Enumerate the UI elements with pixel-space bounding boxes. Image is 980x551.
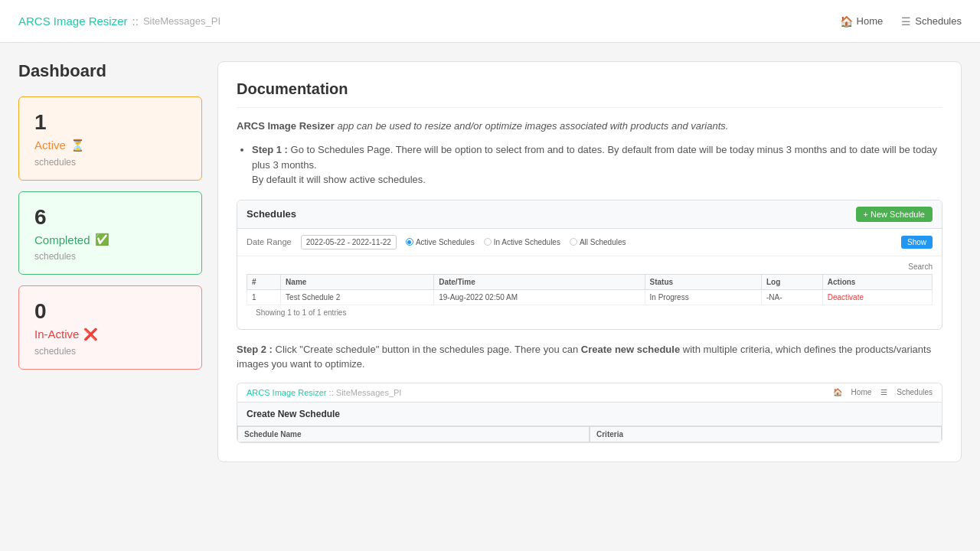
step1-text: Go to Schedules Page. There will be opti… (252, 144, 937, 171)
col-num: # (247, 274, 281, 289)
row-name: Test Schedule 2 (281, 289, 434, 305)
mini-home-icon: 🏠 (833, 388, 842, 396)
site-name: SiteMessages_PI (143, 15, 220, 27)
inactive-label: In-Active ❌ (34, 328, 186, 341)
schedules-mockup: Schedules + New Schedule Date Range 2022… (237, 200, 942, 330)
col-schedule-name: Schedule Name (237, 426, 590, 442)
brand-separator: :: (132, 15, 139, 28)
row-datetime: 19-Aug-2022 02:50 AM (434, 289, 645, 305)
mockup-title: Schedules (247, 208, 296, 220)
inactive-sublabel: schedules (34, 346, 186, 357)
create-schedule-box: Create New Schedule Schedule Name Criter… (237, 402, 942, 443)
radio-group: Active Schedules In Active Schedules All… (406, 238, 626, 246)
step1-extra: By default it will show active schedules… (252, 174, 426, 185)
active-label: Active ⏳ (34, 139, 186, 152)
mini-home-label: Home (851, 388, 872, 396)
hourglass-icon: ⏳ (70, 139, 85, 152)
doc-title: Documentation (237, 80, 942, 108)
main-content: Dashboard 1 Active ⏳ schedules 6 Complet… (0, 43, 980, 481)
documentation-panel: Documentation ARCS Image Resizer app can… (217, 61, 962, 462)
doc-intro: ARCS Image Resizer app can be used to re… (237, 120, 942, 132)
create-schedule-title: Create New Schedule (237, 403, 942, 426)
row-num: 1 (247, 289, 281, 305)
create-schedule-cols: Schedule Name Criteria (237, 426, 942, 442)
active-count: 1 (34, 109, 186, 135)
brand: ARCS Image Resizer :: SiteMessages_PI (18, 15, 220, 28)
radio-inactive-dot (484, 238, 492, 246)
radio-all-dot (570, 238, 577, 246)
step2-paragraph: Step 2 : Click "Create schedule" button … (237, 342, 942, 372)
mockup-filters: Date Range 2022-05-22 - 2022-11-22 Activ… (237, 229, 942, 256)
show-button[interactable]: Show (901, 236, 933, 249)
deactivate-link[interactable]: Deactivate (828, 293, 864, 302)
radio-inactive-label: In Active Schedules (494, 238, 560, 246)
check-circle-icon: ✅ (95, 233, 109, 246)
mini-schedules-icon: ☰ (880, 388, 887, 396)
active-sublabel: schedules (34, 157, 186, 168)
dashboard-sidebar: Dashboard 1 Active ⏳ schedules 6 Complet… (18, 61, 202, 462)
row-status: In Progress (645, 289, 761, 305)
row-log: -NA- (762, 289, 823, 305)
table-footer: Showing 1 to 1 of 1 entries (247, 305, 933, 323)
radio-inactive[interactable]: In Active Schedules (484, 238, 560, 246)
app-header: ARCS Image Resizer :: SiteMessages_PI 🏠 … (0, 0, 980, 43)
table-row: 1 Test Schedule 2 19-Aug-2022 02:50 AM I… (247, 289, 933, 305)
mockup-header: Schedules + New Schedule (237, 201, 942, 229)
completed-count: 6 (34, 204, 186, 230)
schedules-table: # Name Date/Time Status Log Actions 1 Te… (247, 274, 933, 305)
nav-schedules-label: Schedules (915, 15, 962, 27)
step2-text: Click "Create schedule" button in the sc… (273, 344, 581, 355)
completed-sublabel: schedules (34, 251, 186, 262)
stat-card-inactive[interactable]: 0 In-Active ❌ schedules (18, 285, 202, 370)
col-name: Name (281, 274, 434, 289)
nav-schedules[interactable]: ☰ Schedules (901, 15, 962, 28)
inactive-count: 0 (34, 298, 186, 324)
col-status: Status (645, 274, 761, 289)
doc-intro-text: app can be used to resize and/or optimiz… (335, 120, 729, 132)
dashboard-title: Dashboard (18, 61, 202, 81)
step2-bold: Create new schedule (581, 344, 680, 355)
mockup-table-container: Search # Name Date/Time Status Log Actio… (237, 256, 942, 329)
step1-item: Step 1 : Go to Schedules Page. There wil… (252, 142, 942, 187)
radio-active-dot (406, 238, 413, 246)
new-schedule-button[interactable]: + New Schedule (856, 207, 933, 222)
mini-schedules-label: Schedules (897, 388, 933, 396)
date-range-value: 2022-05-22 - 2022-11-22 (301, 235, 397, 249)
radio-all-label: All Schedules (580, 238, 626, 246)
brand-name: ARCS Image Resizer (18, 15, 128, 28)
doc-intro-app: ARCS Image Resizer (237, 120, 335, 132)
x-circle-icon: ❌ (83, 328, 98, 341)
search-label: Search (247, 262, 933, 271)
col-log: Log (762, 274, 823, 289)
doc-steps-list: Step 1 : Go to Schedules Page. There wil… (237, 142, 942, 187)
step1-label: Step 1 : (252, 144, 288, 155)
mini-nav: ARCS Image Resizer :: SiteMessages_PI 🏠 … (237, 383, 942, 402)
nav-home[interactable]: 🏠 Home (840, 15, 884, 28)
main-nav: 🏠 Home ☰ Schedules (840, 15, 962, 28)
schedules-icon: ☰ (901, 15, 911, 28)
col-datetime: Date/Time (434, 274, 645, 289)
completed-label: Completed ✅ (34, 233, 186, 246)
nav-home-label: Home (857, 15, 884, 27)
mini-brand: ARCS Image Resizer :: SiteMessages_PI (247, 388, 401, 397)
mini-nav-links: 🏠 Home ☰ Schedules (833, 388, 933, 396)
create-schedule-mockup: ARCS Image Resizer :: SiteMessages_PI 🏠 … (237, 383, 942, 443)
col-criteria: Criteria (590, 426, 942, 442)
step2-label: Step 2 : (237, 344, 273, 355)
mini-site: SiteMessages_PI (336, 388, 402, 397)
radio-all[interactable]: All Schedules (570, 238, 626, 246)
col-actions: Actions (822, 274, 932, 289)
date-range-label: Date Range (247, 237, 292, 246)
stat-card-active[interactable]: 1 Active ⏳ schedules (18, 96, 202, 181)
radio-active-label: Active Schedules (416, 238, 475, 246)
radio-active[interactable]: Active Schedules (406, 238, 475, 246)
home-icon: 🏠 (840, 15, 853, 28)
stat-card-completed[interactable]: 6 Completed ✅ schedules (18, 191, 202, 276)
mini-sep: :: (329, 388, 334, 397)
mini-brand-name: ARCS Image Resizer (247, 388, 327, 397)
